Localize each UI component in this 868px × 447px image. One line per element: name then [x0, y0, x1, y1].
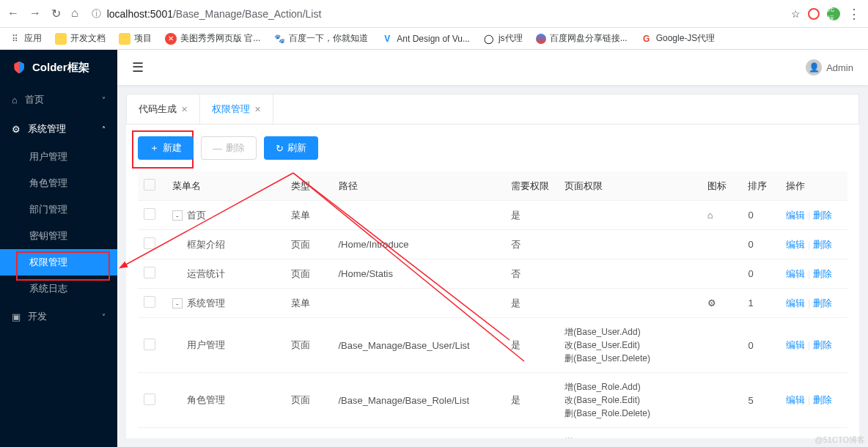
tab-代码生成[interactable]: 代码生成✕ — [127, 95, 200, 124]
cell-sort: 0 — [742, 259, 780, 289]
app-header: ☰ 👤 Admin — [117, 50, 868, 85]
cell-sort: 0 — [742, 230, 780, 259]
tree-toggle[interactable]: - — [172, 298, 183, 309]
star-icon[interactable]: ☆ — [791, 8, 801, 20]
cell-name: 角色管理 — [166, 373, 285, 428]
cell-icon — [702, 318, 743, 373]
cell-icon — [702, 230, 743, 259]
cell-name: 框架介绍 — [166, 230, 285, 259]
bookmark-item[interactable]: GGoogle-JS代理 — [641, 32, 716, 45]
new-button[interactable]: ＋新建 — [138, 136, 194, 160]
refresh-button[interactable]: ↻刷新 — [264, 136, 318, 160]
row-checkbox[interactable] — [144, 394, 155, 405]
cell-type: 页面 — [285, 373, 332, 428]
sidebar-sub-部门管理[interactable]: 部门管理 — [0, 196, 117, 223]
bookmark-label: Ant Design of Vu... — [397, 34, 470, 44]
delete-link[interactable]: 删除 — [813, 394, 832, 405]
col-header: 操作 — [780, 171, 847, 201]
home-icon[interactable]: ⌂ — [71, 7, 78, 21]
checkbox-all[interactable] — [144, 179, 155, 191]
url-bar[interactable]: ⓘ localhost:5001/Base_Manage/Base_Action… — [86, 4, 784, 23]
main-panel: ＋新建 —删除 ↻刷新 菜单名类型路径需要权限页面权限图标排序操作 -首页菜单是… — [126, 125, 859, 438]
cell-type: 菜单 — [285, 289, 332, 318]
bookmark-item[interactable]: 百度网盘分享链接... — [536, 32, 628, 45]
bookmark-item[interactable]: 🐾百度一下，你就知道 — [273, 32, 368, 45]
cell-name: -首页 — [166, 201, 285, 230]
bookmark-item[interactable]: 开发文档 — [55, 32, 106, 45]
user-menu[interactable]: 👤 Admin — [806, 59, 853, 75]
sidebar-sub-密钥管理[interactable]: 密钥管理 — [0, 223, 117, 249]
delete-link[interactable]: 删除 — [813, 298, 832, 309]
delete-button[interactable]: —删除 — [201, 136, 257, 160]
cell-sort: 1 — [742, 289, 780, 318]
cell-perm — [559, 259, 701, 289]
bookmark-item[interactable]: ✕美图秀秀网页版 官... — [165, 32, 260, 45]
sidebar-item-开发[interactable]: ▣开发˅ — [0, 302, 117, 331]
delete-link[interactable]: 删除 — [813, 268, 832, 279]
menu-dots-icon[interactable]: ⋮ — [847, 6, 861, 22]
red-dot-icon: ✕ — [165, 33, 177, 45]
row-checkbox[interactable] — [144, 237, 155, 249]
bookmark-item[interactable]: ◯js代理 — [483, 32, 523, 45]
row-checkbox[interactable] — [144, 267, 155, 278]
col-header: 排序 — [742, 171, 780, 201]
forward-icon[interactable]: → — [29, 7, 41, 21]
bookmark-item[interactable]: 项目 — [119, 32, 152, 45]
edit-link[interactable]: 编辑 — [786, 339, 805, 350]
chevron-icon: ˄ — [102, 125, 106, 133]
sidebar-sub-权限管理[interactable]: 权限管理 — [0, 249, 117, 276]
row-checkbox[interactable] — [144, 296, 155, 308]
sidebar-sub-用户管理[interactable]: 用户管理 — [0, 144, 117, 170]
cell-need: 是 — [505, 201, 559, 230]
sidebar-sub-系统日志[interactable]: 系统日志 — [0, 276, 117, 302]
table-row: 角色管理页面/Base_Manage/Base_Role/List是增(Base… — [138, 373, 847, 428]
col-header: 菜单名 — [166, 171, 285, 201]
bookmark-item[interactable]: VAnt Design of Vu... — [381, 33, 470, 45]
chevron-icon: ˅ — [102, 313, 106, 321]
edit-link[interactable]: 编辑 — [786, 210, 805, 221]
reload-icon[interactable]: ↻ — [51, 7, 61, 21]
cell-type: 页面 — [285, 259, 332, 289]
col-header: 图标 — [702, 171, 743, 201]
cell-path — [333, 201, 506, 230]
watermark: @51CTO博客 — [815, 435, 865, 446]
cell-perm: 增(Base_Role.Add)改(Base_Role.Edit)删(Base_… — [559, 373, 701, 428]
table-row: 用户管理页面/Base_Manage/Base_User/List是增(Base… — [138, 318, 847, 373]
table-row: 运营统计页面/Home/Statis否0编辑|删除 — [138, 259, 847, 289]
sidebar-sub-角色管理[interactable]: 角色管理 — [0, 170, 117, 196]
delete-link[interactable]: 删除 — [813, 210, 832, 221]
bookmark-label: 开发文档 — [70, 32, 106, 45]
cell-sort: 0 — [742, 318, 780, 373]
collapse-icon[interactable]: ☰ — [132, 59, 144, 75]
sidebar-item-首页[interactable]: ⌂首页˅ — [0, 85, 117, 114]
delete-link[interactable]: 删除 — [813, 239, 832, 250]
row-checkbox[interactable] — [144, 208, 155, 220]
back-icon[interactable]: ← — [7, 7, 19, 21]
extension-icons: ☆ 光标 ⋮ — [791, 6, 861, 22]
cell-name: 用户管理 — [166, 318, 285, 373]
edit-link[interactable]: 编辑 — [786, 239, 805, 250]
cell-type: 页面 — [285, 428, 332, 439]
row-checkbox[interactable] — [144, 339, 155, 350]
tree-toggle[interactable]: - — [172, 210, 183, 221]
bookmarks-bar: ⠿应用开发文档项目✕美图秀秀网页版 官...🐾百度一下，你就知道VAnt Des… — [0, 28, 868, 50]
edit-link[interactable]: 编辑 — [786, 394, 805, 405]
table-row: -系统管理菜单是⚙1编辑|删除 — [138, 289, 847, 318]
minus-icon: — — [213, 143, 222, 154]
ext-green-icon[interactable]: 光标 — [827, 7, 840, 21]
cell-path: /Home/Statis — [333, 259, 506, 289]
sidebar-item-系统管理[interactable]: ⚙系统管理˄ — [0, 114, 117, 144]
delete-link[interactable]: 删除 — [813, 339, 832, 350]
menu-icon: ⌂ — [12, 95, 18, 106]
edit-link[interactable]: 编辑 — [786, 298, 805, 309]
close-icon[interactable]: ✕ — [181, 105, 188, 114]
close-icon[interactable]: ✕ — [254, 105, 261, 114]
bookmark-label: Google-JS代理 — [656, 32, 716, 45]
tab-权限管理[interactable]: 权限管理✕ — [200, 95, 273, 124]
bookmark-item[interactable]: ⠿应用 — [9, 32, 42, 45]
edit-link[interactable]: 编辑 — [786, 268, 805, 279]
ext-red-icon[interactable] — [808, 8, 820, 20]
ant-icon: V — [381, 33, 393, 45]
cell-icon: ⌂ — [702, 201, 743, 230]
cell-name: 部门管理 — [166, 428, 285, 439]
